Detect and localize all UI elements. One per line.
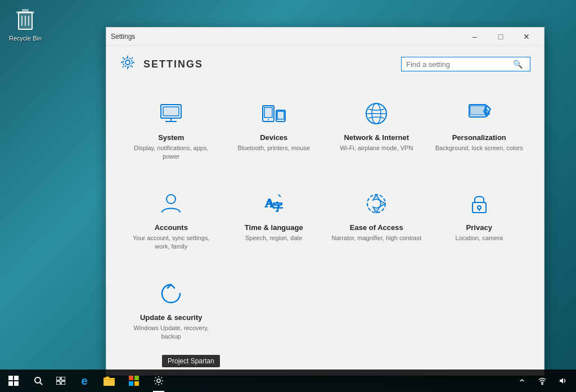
privacy-name: Privacy bbox=[466, 223, 492, 232]
settings-item-network[interactable]: Network & Internet Wi-Fi, airplane mode,… bbox=[325, 88, 428, 173]
taskbar: e bbox=[0, 370, 576, 392]
ease-icon bbox=[363, 190, 390, 218]
taskbar-chevron-up[interactable] bbox=[513, 370, 531, 392]
settings-item-update[interactable]: Update & security Windows Update, recove… bbox=[120, 268, 223, 353]
maximize-button[interactable]: □ bbox=[488, 28, 514, 46]
svg-rect-44 bbox=[129, 381, 133, 386]
svg-point-6 bbox=[125, 60, 130, 65]
time-name: Time & language bbox=[245, 223, 303, 232]
start-button[interactable] bbox=[0, 370, 27, 392]
search-icon[interactable]: 🔍 bbox=[513, 60, 523, 69]
settings-grid: System Display, notifications, apps, pow… bbox=[120, 88, 530, 352]
svg-rect-40 bbox=[61, 381, 65, 385]
accounts-name: Accounts bbox=[155, 223, 188, 232]
settings-item-devices[interactable]: Devices Bluetooth, printers, mouse bbox=[223, 88, 326, 173]
time-desc: Speech, region, date bbox=[245, 234, 303, 242]
svg-text:字: 字 bbox=[273, 201, 283, 213]
personalization-desc: Background, lock screen, colors bbox=[435, 144, 523, 152]
svg-rect-38 bbox=[61, 377, 65, 380]
search-box[interactable]: 🔍 bbox=[401, 57, 530, 71]
title-bar-controls: – □ ✕ bbox=[462, 28, 539, 46]
close-button[interactable]: ✕ bbox=[514, 28, 539, 46]
svg-point-35 bbox=[35, 377, 40, 383]
svg-point-46 bbox=[157, 379, 160, 382]
devices-icon bbox=[260, 100, 287, 128]
svg-point-24 bbox=[166, 195, 176, 204]
taskbar-app-store[interactable] bbox=[122, 370, 146, 392]
window-title: Settings bbox=[111, 33, 462, 40]
svg-rect-45 bbox=[134, 381, 139, 386]
taskbar-app-explorer[interactable] bbox=[97, 370, 122, 392]
system-icon bbox=[158, 100, 184, 128]
personalization-icon bbox=[466, 100, 493, 128]
settings-title: SETTINGS bbox=[143, 58, 203, 70]
svg-rect-33 bbox=[8, 381, 13, 386]
privacy-desc: Location, camera bbox=[456, 234, 503, 242]
svg-rect-2 bbox=[22, 9, 29, 11]
taskbar-app-edge[interactable]: e bbox=[72, 370, 97, 392]
accounts-desc: Your account, sync settings, work, famil… bbox=[125, 234, 217, 251]
devices-name: Devices bbox=[260, 133, 287, 142]
settings-item-accounts[interactable]: Accounts Your account, sync settings, wo… bbox=[120, 178, 223, 263]
network-icon bbox=[363, 100, 390, 128]
network-desc: Wi-Fi, airplane mode, VPN bbox=[340, 144, 413, 152]
task-view-button[interactable] bbox=[50, 370, 72, 392]
svg-rect-39 bbox=[56, 381, 60, 385]
settings-item-system[interactable]: System Display, notifications, apps, pow… bbox=[120, 88, 223, 173]
minimize-button[interactable]: – bbox=[462, 28, 488, 46]
ease-desc: Narrator, magnifier, high contrast bbox=[331, 234, 421, 242]
svg-point-47 bbox=[542, 384, 543, 385]
svg-point-7 bbox=[123, 58, 132, 67]
svg-rect-34 bbox=[14, 381, 19, 386]
svg-rect-31 bbox=[8, 376, 13, 380]
svg-point-29 bbox=[478, 206, 481, 209]
taskbar-volume-icon[interactable] bbox=[554, 370, 572, 392]
taskbar-right bbox=[513, 370, 576, 392]
svg-rect-32 bbox=[14, 376, 19, 380]
desktop: Recycle Bin Settings – □ ✕ SETTINGS bbox=[0, 0, 576, 392]
svg-line-36 bbox=[40, 382, 42, 385]
settings-content: System Display, notifications, apps, pow… bbox=[106, 83, 544, 375]
ease-name: Ease of Access bbox=[350, 223, 403, 232]
title-bar: Settings – □ ✕ bbox=[106, 28, 544, 46]
network-name: Network & Internet bbox=[344, 133, 409, 142]
settings-item-ease[interactable]: Ease of Access Narrator, magnifier, high… bbox=[325, 178, 428, 263]
svg-rect-41 bbox=[104, 378, 115, 386]
update-desc: Windows Update, recovery, backup bbox=[125, 324, 217, 341]
privacy-icon bbox=[466, 190, 493, 218]
svg-rect-14 bbox=[264, 107, 272, 118]
recycle-bin[interactable]: Recycle Bin bbox=[6, 6, 45, 42]
settings-header: SETTINGS 🔍 bbox=[106, 46, 544, 83]
svg-rect-21 bbox=[470, 106, 485, 115]
recycle-bin-label: Recycle Bin bbox=[9, 35, 42, 42]
gear-icon bbox=[120, 55, 136, 74]
taskbar-search-button[interactable] bbox=[27, 370, 50, 392]
system-desc: Display, notifications, apps, power bbox=[125, 144, 217, 161]
taskbar-network-icon[interactable] bbox=[533, 370, 551, 392]
svg-rect-28 bbox=[472, 202, 486, 213]
time-icon: A 字 bbox=[260, 190, 287, 218]
svg-rect-11 bbox=[163, 107, 179, 116]
update-name: Update & security bbox=[140, 313, 202, 322]
taskbar-app-settings[interactable] bbox=[146, 370, 171, 392]
svg-rect-37 bbox=[56, 377, 60, 380]
personalization-name: Personalization bbox=[452, 133, 506, 142]
system-name: System bbox=[158, 133, 184, 142]
svg-rect-43 bbox=[134, 376, 139, 380]
svg-rect-42 bbox=[129, 376, 133, 380]
devices-desc: Bluetooth, printers, mouse bbox=[238, 144, 310, 152]
taskbar-apps: e bbox=[72, 370, 513, 392]
settings-item-privacy[interactable]: Privacy Location, camera bbox=[428, 178, 531, 263]
settings-item-personalization[interactable]: Personalization Background, lock screen,… bbox=[428, 88, 531, 173]
update-icon bbox=[158, 280, 184, 308]
accounts-icon bbox=[158, 190, 184, 218]
svg-rect-1 bbox=[16, 11, 34, 13]
search-input[interactable] bbox=[406, 60, 513, 69]
svg-rect-16 bbox=[277, 111, 284, 119]
settings-window: Settings – □ ✕ SETTINGS 🔍 bbox=[106, 27, 544, 376]
settings-item-time[interactable]: A 字 Time & language Speech, region, date bbox=[223, 178, 326, 263]
